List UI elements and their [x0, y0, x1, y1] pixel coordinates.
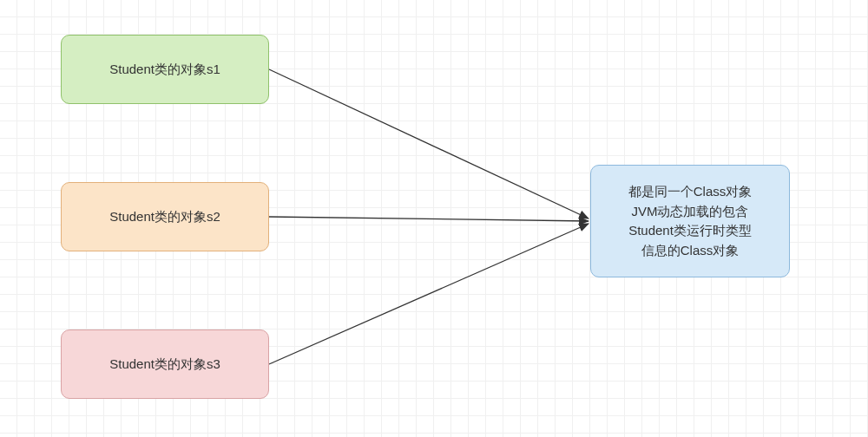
class-line3: Student类运行时类型 [628, 221, 753, 241]
node-student-s2: Student类的对象s2 [61, 182, 269, 251]
class-line4: 信息的Class对象 [628, 241, 753, 261]
edge-s2-class [269, 217, 589, 221]
node-label: Student类的对象s1 [109, 60, 220, 80]
node-label: Student类的对象s2 [109, 207, 220, 227]
node-label: 都是同一个Class对象 JVM动态加载的包含 Student类运行时类型 信息… [628, 182, 753, 260]
node-student-s3: Student类的对象s3 [61, 329, 269, 399]
edge-s1-class [269, 69, 589, 218]
class-line1: 都是同一个Class对象 [628, 182, 753, 202]
node-student-s1: Student类的对象s1 [61, 35, 269, 104]
node-label: Student类的对象s3 [109, 355, 220, 375]
edge-s3-class [269, 224, 589, 364]
class-line2: JVM动态加载的包含 [628, 202, 753, 222]
node-class-object: 都是同一个Class对象 JVM动态加载的包含 Student类运行时类型 信息… [590, 165, 790, 277]
